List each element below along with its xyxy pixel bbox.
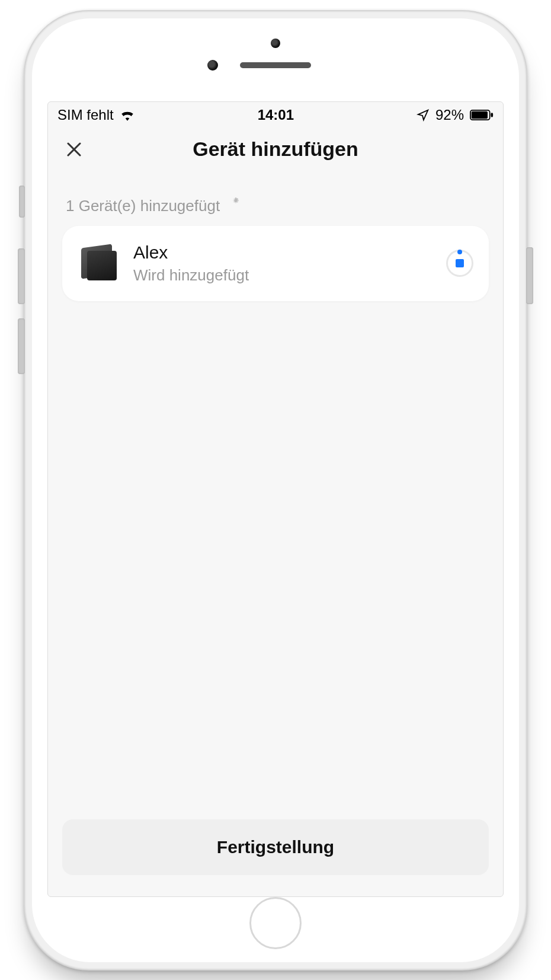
content-area: 1 Gerät(e) hinzugefügt: [48, 173, 503, 819]
finish-button[interactable]: Fertigstellung: [62, 819, 489, 875]
front-camera: [207, 60, 218, 71]
svg-rect-1: [472, 111, 488, 119]
home-button[interactable]: [249, 897, 302, 949]
clock: 14:01: [258, 107, 294, 123]
device-status-label: Wird hinzugefügt: [133, 266, 432, 285]
device-name-label: Alex: [133, 242, 432, 263]
volume-down-button: [18, 318, 25, 374]
proximity-sensor: [271, 39, 280, 48]
carrier-text: SIM fehlt: [57, 107, 114, 123]
phone-frame: SIM fehlt 14:01 92%: [24, 10, 527, 971]
loading-spinner-icon: [228, 198, 244, 213]
close-icon[interactable]: [62, 138, 86, 161]
device-text: Alex Wird hinzugefügt: [133, 242, 432, 285]
power-button: [526, 247, 533, 304]
added-count-row: 1 Gerät(e) hinzugefügt: [62, 197, 489, 226]
earpiece-speaker: [240, 62, 311, 68]
screen: SIM fehlt 14:01 92%: [47, 101, 504, 897]
volume-up-button: [18, 248, 25, 304]
battery-icon: [470, 109, 494, 121]
status-bar: SIM fehlt 14:01 92%: [48, 102, 503, 128]
svg-rect-2: [491, 113, 493, 117]
footer: Fertigstellung: [48, 819, 503, 896]
page-title: Gerät hinzufügen: [48, 138, 503, 161]
mute-switch: [19, 186, 25, 218]
device-card[interactable]: Alex Wird hinzugefügt: [62, 226, 489, 301]
battery-percent: 92%: [435, 107, 464, 123]
wifi-icon: [120, 109, 135, 121]
location-icon: [417, 108, 430, 122]
phone-bezel: SIM fehlt 14:01 92%: [32, 18, 519, 962]
progress-spinner-icon: [446, 250, 473, 277]
nav-bar: Gerät hinzufügen: [48, 128, 503, 173]
added-count-label: 1 Gerät(e) hinzugefügt: [66, 197, 220, 215]
device-thumbnail: [78, 244, 119, 283]
